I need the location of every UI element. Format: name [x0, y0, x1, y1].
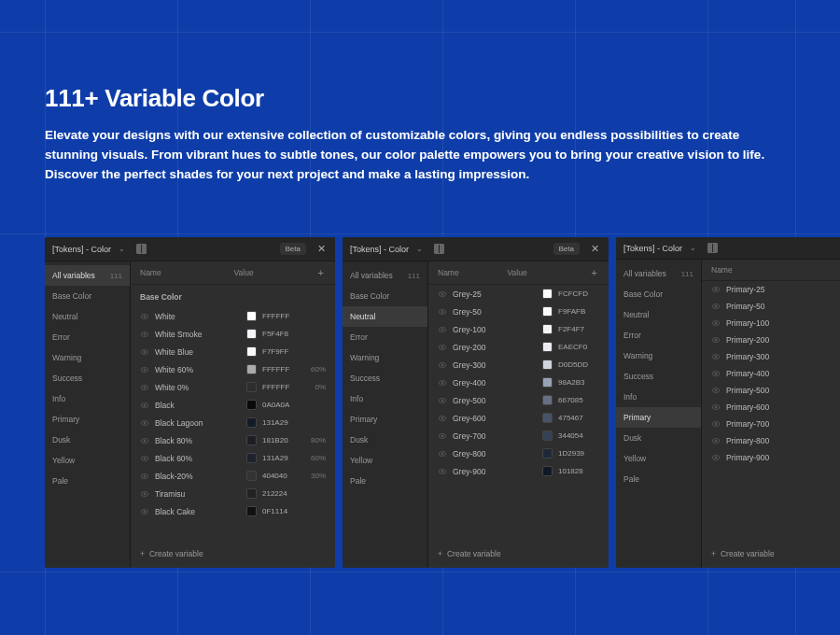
variable-row[interactable]: Grey-900101828 [428, 462, 609, 480]
chevron-down-icon[interactable]: ⌄ [690, 244, 696, 252]
variable-name: White Blue [155, 347, 246, 357]
svg-point-45 [441, 471, 443, 473]
add-icon[interactable]: + [316, 267, 326, 278]
sidebar-item-dusk[interactable]: Dusk [45, 430, 130, 450]
sidebar-item-primary[interactable]: Primary [616, 407, 701, 428]
svg-point-31 [441, 346, 443, 348]
variable-row[interactable]: Grey-700344054 [428, 427, 609, 444]
sidebar-item-all[interactable]: All variables111 [45, 265, 130, 286]
sidebar-item-info[interactable]: Info [616, 387, 701, 407]
variable-row[interactable]: Black0A0A0A [131, 396, 335, 414]
variable-row[interactable]: White 0%FFFFFF0% [131, 378, 335, 396]
variable-row[interactable]: Primary-400 [702, 365, 840, 382]
sidebar-item-base-color[interactable]: Base Color [616, 284, 701, 304]
variable-row[interactable]: Grey-600475467 [428, 409, 609, 427]
sidebar-item-warning[interactable]: Warning [45, 347, 130, 368]
variable-row[interactable]: Grey-50F9FAFB [428, 303, 609, 320]
variable-row[interactable]: WhiteFFFFFF [131, 307, 335, 325]
close-icon[interactable]: ✕ [589, 243, 601, 255]
variable-row[interactable]: Primary-200 [702, 332, 840, 348]
sidebar-item-primary[interactable]: Primary [45, 409, 130, 430]
sidebar-item-yellow[interactable]: Yellow [343, 450, 427, 471]
sidebar-item-success[interactable]: Success [616, 366, 701, 387]
variable-row[interactable]: Black Lagoon131A29 [131, 414, 335, 431]
create-variable-button[interactable]: + Create variable [702, 540, 840, 568]
panel-title: [Tokens] - Color [52, 245, 111, 254]
variable-row[interactable]: Black-20%40404030% [131, 467, 335, 485]
sidebar-item-success[interactable]: Success [343, 368, 427, 388]
variable-row[interactable]: White 60%FFFFFF60% [131, 360, 335, 378]
create-variable-button[interactable]: + Create variable [428, 540, 609, 568]
variable-row[interactable]: Primary-600 [702, 399, 840, 416]
sidebar-item-error[interactable]: Error [343, 327, 427, 347]
sidebar-item-pale[interactable]: Pale [616, 469, 701, 489]
variable-row[interactable]: White BlueF7F9FF [131, 343, 335, 360]
sidebar-item-success[interactable]: Success [45, 368, 130, 388]
sidebar-item-all[interactable]: All variables111 [343, 265, 427, 286]
book-icon[interactable] [707, 243, 718, 253]
variable-row[interactable]: Black 80%181B2080% [131, 431, 335, 449]
hex-value: 475467 [558, 414, 599, 422]
variable-row[interactable]: Grey-300D0D5DD [428, 356, 609, 374]
hex-value: 0F1114 [262, 507, 303, 515]
sidebar-item-yellow[interactable]: Yellow [616, 448, 701, 469]
sidebar-item-neutral[interactable]: Neutral [45, 306, 130, 327]
variable-row[interactable]: Grey-40098A2B3 [428, 374, 609, 391]
variable-row[interactable]: Grey-200EAECF0 [428, 338, 609, 356]
sidebar-item-neutral[interactable]: Neutral [343, 306, 427, 327]
sidebar-item-neutral[interactable]: Neutral [616, 304, 701, 325]
variable-row[interactable]: Primary-300 [702, 348, 840, 365]
variable-row[interactable]: Primary-100 [702, 315, 840, 332]
chevron-down-icon[interactable]: ⌄ [119, 245, 125, 253]
variable-name: Grey-25 [453, 289, 542, 299]
sidebar-item-pale[interactable]: Pale [343, 471, 427, 491]
sidebar-item-primary[interactable]: Primary [343, 409, 427, 430]
sidebar-item-error[interactable]: Error [616, 325, 701, 346]
variable-row[interactable]: Grey-500667085 [428, 391, 609, 409]
color-swatch [542, 430, 553, 441]
variable-name: Grey-50 [453, 307, 542, 317]
variable-row[interactable]: Grey-25FCFCFD [428, 285, 609, 303]
hex-value: F2F4F7 [558, 325, 599, 333]
close-icon[interactable]: ✕ [315, 243, 328, 255]
variable-row[interactable]: Tiramisu212224 [131, 485, 335, 502]
variable-row[interactable]: White SmokeF5F4F8 [131, 325, 335, 343]
variable-row[interactable]: Black 60%131A2960% [131, 449, 335, 467]
sidebar-item-yellow[interactable]: Yellow [45, 450, 130, 471]
hero-description: Elevate your designs with our extensive … [45, 126, 773, 185]
variable-row[interactable]: Grey-8001D2939 [428, 444, 609, 462]
variable-row[interactable]: Primary-50 [702, 298, 840, 315]
variable-name: Primary-900 [726, 453, 835, 462]
variable-row[interactable]: Primary-25 [702, 281, 840, 298]
svg-point-25 [441, 293, 443, 295]
sidebar-item-warning[interactable]: Warning [616, 346, 701, 366]
variable-name: Grey-600 [453, 414, 542, 423]
sidebar-item-base-color[interactable]: Base Color [45, 286, 130, 306]
book-icon[interactable] [434, 244, 444, 254]
book-icon[interactable] [136, 244, 147, 254]
add-icon[interactable]: + [590, 267, 599, 278]
variable-row[interactable]: Grey-100F2F4F7 [428, 320, 609, 338]
sidebar-item-warning[interactable]: Warning [343, 347, 427, 368]
sidebar-item-dusk[interactable]: Dusk [343, 430, 427, 450]
opacity-value: 80% [303, 436, 326, 444]
variable-row[interactable]: Primary-700 [702, 416, 840, 432]
color-swatch [542, 360, 553, 370]
sidebar-item-info[interactable]: Info [45, 388, 130, 409]
chevron-down-icon[interactable]: ⌄ [416, 245, 423, 253]
sidebar-item-all[interactable]: All variables111 [616, 263, 701, 284]
create-variable-button[interactable]: + Create variable [131, 540, 335, 568]
sidebar-item-error[interactable]: Error [45, 327, 130, 347]
variable-row[interactable]: Primary-500 [702, 382, 840, 399]
variable-name: Grey-400 [453, 378, 542, 388]
sidebar-item-info[interactable]: Info [343, 388, 427, 409]
variable-name: Black 80% [155, 436, 246, 445]
color-swatch [542, 306, 553, 317]
variable-row[interactable]: Primary-800 [702, 432, 840, 449]
hex-value: 98A2B3 [558, 378, 599, 387]
variable-row[interactable]: Black Cake0F1114 [131, 502, 335, 520]
sidebar-item-pale[interactable]: Pale [45, 471, 130, 491]
variable-row[interactable]: Primary-900 [702, 449, 840, 466]
sidebar-item-dusk[interactable]: Dusk [616, 428, 701, 448]
sidebar-item-base-color[interactable]: Base Color [343, 286, 427, 306]
